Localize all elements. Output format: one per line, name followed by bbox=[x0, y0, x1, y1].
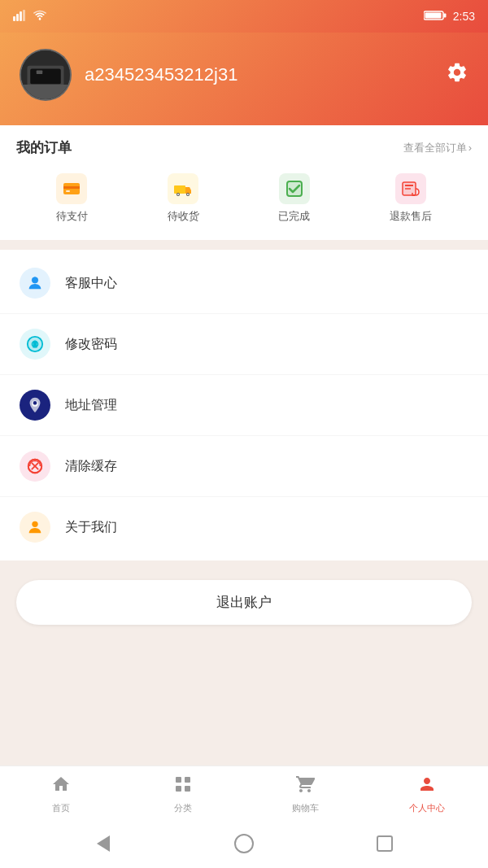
nav-category[interactable]: 分类 bbox=[122, 774, 244, 814]
avatar: MONITOR bbox=[20, 49, 72, 101]
order-tab-completed[interactable]: 已完成 bbox=[278, 173, 310, 224]
nav-category-label: 分类 bbox=[174, 802, 192, 814]
orders-title: 我的订单 bbox=[16, 138, 72, 157]
recents-button[interactable] bbox=[373, 832, 396, 855]
home-circle-icon bbox=[234, 834, 254, 853]
completed-icon bbox=[279, 173, 310, 204]
wifi-icon bbox=[33, 10, 47, 24]
svg-text:MONITOR: MONITOR bbox=[33, 85, 59, 91]
svg-rect-15 bbox=[66, 190, 70, 192]
pending-pay-icon bbox=[56, 173, 87, 204]
customer-service-icon bbox=[20, 268, 50, 299]
about-icon bbox=[20, 512, 50, 543]
battery-icon bbox=[424, 10, 447, 24]
user-info: MONITOR a234523453212j31 bbox=[20, 49, 237, 101]
menu-item-clear-cache[interactable]: 清除缓存 bbox=[0, 436, 488, 497]
back-icon bbox=[97, 835, 110, 852]
svg-rect-11 bbox=[37, 70, 43, 74]
shipping-label: 待收货 bbox=[168, 209, 199, 224]
svg-rect-1 bbox=[16, 14, 19, 21]
change-password-icon bbox=[20, 329, 50, 360]
change-password-label: 修改密码 bbox=[65, 336, 117, 353]
category-icon bbox=[173, 774, 193, 799]
svg-point-37 bbox=[33, 401, 37, 405]
nav-home-label: 首页 bbox=[52, 802, 70, 814]
status-time: 2:53 bbox=[453, 10, 475, 23]
svg-rect-14 bbox=[63, 186, 80, 189]
view-all-label: 查看全部订单 bbox=[403, 141, 467, 155]
svg-rect-43 bbox=[176, 777, 181, 783]
status-right: 2:53 bbox=[424, 10, 475, 24]
status-left bbox=[13, 10, 47, 24]
svg-rect-6 bbox=[443, 13, 446, 17]
system-navigation bbox=[0, 819, 488, 868]
recents-icon bbox=[377, 835, 393, 852]
clear-cache-icon bbox=[20, 451, 50, 482]
order-tab-refund[interactable]: 退款售后 bbox=[390, 173, 432, 224]
order-tab-pending-pay[interactable]: 待支付 bbox=[56, 173, 88, 224]
profile-header: MONITOR a234523453212j31 bbox=[0, 33, 488, 125]
svg-rect-16 bbox=[174, 185, 185, 194]
logout-button[interactable]: 退出账户 bbox=[16, 580, 472, 625]
svg-point-18 bbox=[177, 194, 179, 195]
svg-rect-7 bbox=[425, 12, 441, 18]
avatar-image: MONITOR bbox=[21, 50, 70, 99]
refund-label: 退款售后 bbox=[390, 209, 432, 224]
svg-rect-45 bbox=[176, 786, 181, 792]
orders-section: 我的订单 查看全部订单 › 待支付 bbox=[0, 125, 488, 240]
svg-rect-46 bbox=[185, 786, 190, 792]
home-button[interactable] bbox=[233, 832, 255, 855]
cart-icon bbox=[295, 774, 315, 799]
status-bar: 2:53 bbox=[0, 0, 488, 33]
nav-profile-label: 个人中心 bbox=[409, 802, 445, 814]
nav-cart[interactable]: 购物车 bbox=[244, 774, 366, 814]
svg-point-20 bbox=[187, 194, 189, 195]
profile-icon bbox=[417, 774, 437, 799]
bottom-navigation: 首页 分类 购物车 个人中心 bbox=[0, 765, 488, 819]
menu-item-address[interactable]: 地址管理 bbox=[0, 375, 488, 436]
view-all-orders[interactable]: 查看全部订单 › bbox=[403, 141, 472, 155]
refund-icon bbox=[395, 173, 426, 204]
nav-home[interactable]: 首页 bbox=[0, 774, 122, 814]
menu-item-about[interactable]: 关于我们 bbox=[0, 497, 488, 557]
chevron-right-icon: › bbox=[468, 142, 472, 154]
svg-point-42 bbox=[32, 521, 37, 527]
svg-rect-3 bbox=[23, 10, 25, 21]
clear-cache-label: 清除缓存 bbox=[65, 458, 117, 475]
order-tab-shipping[interactable]: 待收货 bbox=[168, 173, 199, 224]
nav-cart-label: 购物车 bbox=[292, 802, 319, 814]
svg-rect-0 bbox=[13, 16, 15, 21]
order-tabs: 待支付 待收货 bbox=[16, 170, 472, 227]
menu-item-change-password[interactable]: 修改密码 bbox=[0, 314, 488, 375]
settings-icon[interactable] bbox=[446, 61, 468, 89]
signal-icon bbox=[13, 10, 28, 24]
shipping-icon bbox=[168, 173, 198, 204]
menu-section: 客服中心 修改密码 地址管理 bbox=[0, 250, 488, 560]
pending-pay-label: 待支付 bbox=[56, 209, 88, 224]
home-icon bbox=[51, 774, 71, 799]
svg-point-4 bbox=[39, 18, 41, 20]
svg-rect-10 bbox=[30, 69, 61, 85]
svg-point-34 bbox=[34, 343, 37, 346]
orders-header: 我的订单 查看全部订单 › bbox=[16, 138, 472, 157]
nav-profile[interactable]: 个人中心 bbox=[366, 774, 488, 814]
logout-section: 退出账户 bbox=[0, 560, 488, 644]
menu-item-customer-service[interactable]: 客服中心 bbox=[0, 253, 488, 314]
address-icon bbox=[20, 390, 50, 421]
about-label: 关于我们 bbox=[65, 519, 117, 536]
completed-label: 已完成 bbox=[278, 209, 310, 224]
username: a234523453212j31 bbox=[85, 64, 237, 85]
customer-service-label: 客服中心 bbox=[65, 275, 117, 292]
svg-rect-2 bbox=[20, 11, 22, 21]
back-button[interactable] bbox=[92, 832, 115, 855]
address-label: 地址管理 bbox=[65, 397, 117, 414]
svg-rect-44 bbox=[185, 777, 190, 783]
